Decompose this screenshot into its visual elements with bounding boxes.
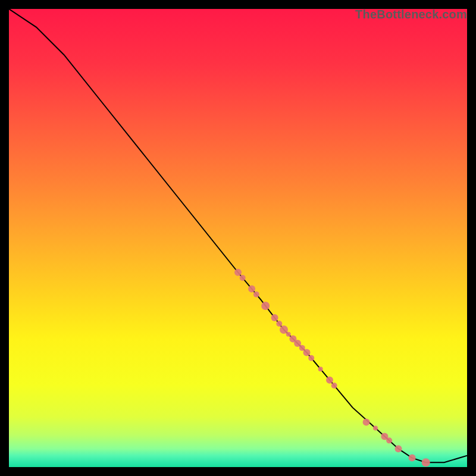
scatter-point xyxy=(373,426,378,431)
scatter-point xyxy=(422,458,430,466)
scatter-point xyxy=(318,367,323,371)
scatter-point xyxy=(331,383,337,389)
scatter-point xyxy=(308,355,314,361)
scatter-point xyxy=(395,445,402,452)
scatter-point xyxy=(253,292,259,298)
bottleneck-curve xyxy=(9,9,467,462)
scatter-point xyxy=(261,302,270,310)
chart-container: TheBottleneck.com xyxy=(0,0,476,476)
scatter-point xyxy=(386,437,392,443)
plot-area: TheBottleneck.com xyxy=(9,9,467,467)
scatter-point xyxy=(326,377,333,384)
scatter-point xyxy=(234,269,242,276)
scatter-point xyxy=(240,275,246,281)
scatter-point xyxy=(286,332,291,337)
scatter-point xyxy=(409,455,416,462)
scatter-point xyxy=(271,314,278,321)
scatter-point xyxy=(363,419,370,426)
chart-svg xyxy=(9,9,467,467)
scatter-point xyxy=(276,321,282,327)
scatter-points xyxy=(234,269,430,467)
scatter-point xyxy=(303,349,311,356)
scatter-point xyxy=(248,285,255,292)
